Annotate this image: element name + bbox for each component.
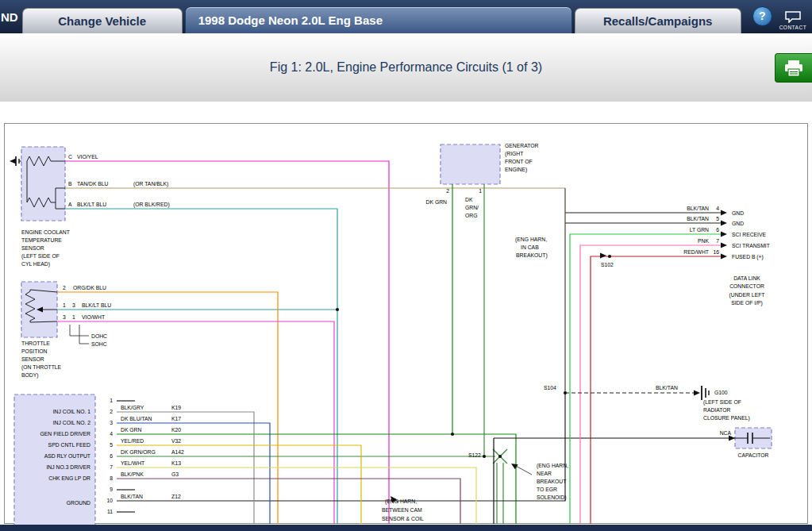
- diagram-label: CYL HEAD): [21, 261, 50, 267]
- diagram-label: ORG/DK BLU: [73, 285, 106, 291]
- diagram-label: BLK/TAN: [687, 206, 709, 211]
- diagram-label: ORG: [465, 213, 477, 218]
- diagram-label: SCI TRANSMIT: [732, 243, 770, 248]
- diagram-label: BLK/TAN: [656, 385, 678, 391]
- diagram-label: 5: [110, 442, 113, 448]
- diagram-label: (LEFT SIDE OF: [703, 399, 741, 406]
- diagram-label: SOHC: [91, 341, 107, 347]
- wiring-diagram: CVIO/YELBTAN/DK BLU(OR TAN/BLK)ABLK/LT B…: [0, 102, 812, 525]
- diagram-label: DK BLU/TAN: [121, 416, 152, 421]
- figure-title: Fig 1: 2.0L, Engine Performance Circuits…: [270, 60, 542, 75]
- diagram-label: INJ NO.3 DRIVER: [46, 464, 90, 470]
- diagram-label: 3: [72, 302, 75, 308]
- diagram-label: BREAKOUT): [516, 252, 548, 259]
- diagram-label: K17: [171, 416, 181, 421]
- diagram-label: 11: [107, 509, 113, 514]
- diagram-label: K20: [171, 427, 181, 433]
- diagram-label: 4: [110, 431, 113, 437]
- diagram-label: (UNDER LEFT: [729, 292, 765, 298]
- diagram-label: 1: [479, 188, 482, 194]
- diagram-label: S122: [468, 452, 481, 458]
- diagram-label: BLK/GRY: [121, 405, 144, 410]
- diagram-label: SCI RECEIVE: [732, 232, 767, 237]
- diagram-label: THROTTLE: [21, 341, 50, 346]
- diagram-label: 7: [716, 238, 719, 244]
- diagram-label: LT GRN: [690, 227, 709, 233]
- tab-change-vehicle[interactable]: Change Vehicle: [22, 8, 183, 33]
- tab-recalls-campaigns[interactable]: Recalls/Campaigns: [575, 8, 741, 33]
- diagram-area: CVIO/YELBTAN/DK BLU(OR TAN/BLK)ABLK/LT B…: [0, 102, 812, 525]
- diagram-label: 9: [110, 487, 113, 492]
- printer-icon: [783, 60, 804, 77]
- diagram-label: DK GRN/ORG: [121, 449, 156, 455]
- diagram-label: V32: [171, 438, 181, 444]
- diagram-label: ENGINE COOLANT: [21, 229, 70, 235]
- diagram-label: BLK/TAN: [121, 494, 143, 499]
- generator-box: [441, 144, 500, 184]
- splice-dot: [608, 255, 611, 258]
- diagram-label: B: [68, 181, 72, 187]
- diagram-label: C: [68, 154, 72, 160]
- diagram-label: 2: [63, 285, 66, 291]
- diagram-label: 2: [110, 409, 113, 414]
- diagram-label: 1: [110, 398, 113, 403]
- top-navigation: ND Change Vehicle 1998 Dodge Neon 2.0L E…: [0, 0, 812, 33]
- diagram-label: G100: [714, 390, 728, 395]
- diagram-label: POSITION: [21, 348, 48, 354]
- diagram-label: DK GRN: [121, 427, 142, 433]
- diagram-label: GND: [732, 210, 744, 216]
- figure-header: Fig 1: 2.0L, Engine Performance Circuits…: [0, 33, 812, 102]
- splice-dot: [336, 308, 339, 311]
- diagram-label: 1: [72, 314, 75, 320]
- diagram-label: BLK/LT BLU: [82, 302, 111, 308]
- diagram-label: S104: [544, 385, 556, 391]
- diagram-label: SOLENOID): [537, 494, 566, 501]
- diagram-label: S102: [601, 262, 614, 267]
- diagram-label: K19: [171, 405, 181, 410]
- contact-button[interactable]: CONTACT: [779, 11, 806, 30]
- diagram-label: ASD RLY OUTPUT: [44, 453, 90, 459]
- diagram-label: (RIGHT: [505, 151, 523, 157]
- diagram-label: 8: [110, 475, 113, 481]
- diagram-label: GROUND: [67, 500, 90, 506]
- print-button[interactable]: [775, 53, 812, 83]
- diagram-label: TO EGR: [537, 487, 557, 492]
- diagram-label: RED/WHT: [683, 249, 709, 255]
- diagram-label: PNK: [698, 238, 709, 244]
- diagram-label: 3: [63, 314, 66, 320]
- splice-dot: [498, 455, 502, 458]
- diagram-label: 4: [716, 206, 719, 211]
- diagram-label: CONNECTOR: [729, 283, 764, 289]
- diagram-label: TAN/DK BLU: [77, 181, 109, 187]
- diagram-label: BODY): [21, 372, 39, 379]
- help-button[interactable]: ?: [752, 6, 772, 26]
- tab-current-vehicle[interactable]: 1998 Dodge Neon 2.0L Eng Base: [185, 6, 572, 33]
- speech-bubble-icon: [785, 11, 801, 23]
- diagram-label: (ON THROTTLE: [21, 364, 62, 371]
- diagram-label: BETWEEN CAM: [382, 507, 422, 513]
- diagram-label: ENGINE): [505, 167, 527, 173]
- diagram-label: GEN FIELD DRIVER: [40, 431, 91, 437]
- diagram-label: DK: [465, 197, 473, 202]
- diagram-label: IN CAB: [521, 244, 539, 250]
- diagram-label: K13: [171, 460, 181, 466]
- diagram-label: INJ COIL NO. 2: [53, 420, 91, 425]
- splice-dot: [564, 391, 567, 394]
- diagram-label: 3: [110, 420, 113, 425]
- diagram-label: FUSED B (+): [732, 254, 764, 260]
- diagram-label: VIO/YEL: [77, 154, 98, 160]
- diagram-label: BLK/LT BLU: [77, 202, 106, 207]
- diagram-label: 7: [110, 464, 113, 470]
- diagram-label: (LEFT SIDE OF: [21, 253, 60, 260]
- diagram-label: 5: [716, 216, 719, 221]
- diagram-label: CLOSURE PANEL): [703, 415, 750, 421]
- diagram-label: FRONT OF: [505, 159, 533, 164]
- diagram-label: GENERATOR: [505, 143, 539, 148]
- diagram-label: 16: [713, 249, 719, 255]
- diagram-label: RADIATOR: [703, 407, 731, 413]
- diagram-label: (OR BLK/RED): [133, 202, 170, 208]
- splice-dot: [451, 433, 454, 436]
- diagram-label: CHK ENG LP DR: [48, 475, 90, 481]
- diagram-label: 10: [106, 498, 113, 503]
- diagram-label: GND: [732, 221, 744, 226]
